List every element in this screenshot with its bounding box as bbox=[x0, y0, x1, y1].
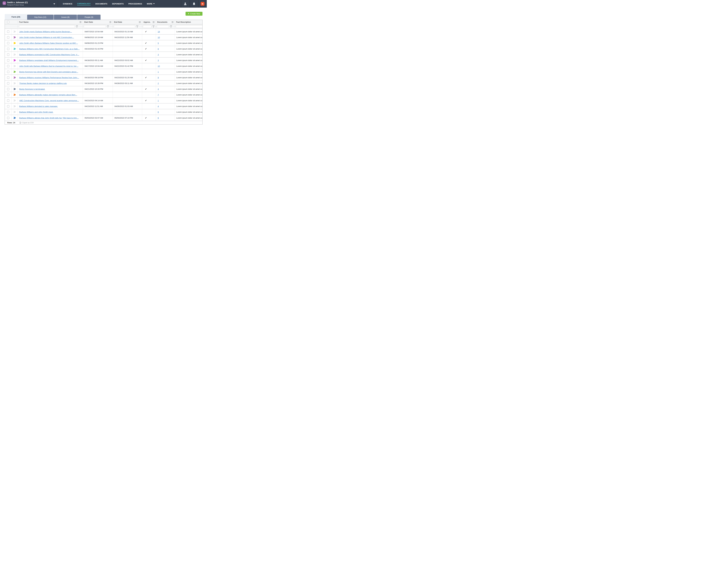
documents-count-link[interactable]: 4 bbox=[158, 105, 159, 107]
tag-chevron-icon bbox=[13, 37, 16, 38]
documents-count-link[interactable]: 10 bbox=[158, 36, 160, 39]
end-date-cell bbox=[112, 40, 142, 46]
row-checkbox[interactable] bbox=[7, 59, 9, 62]
select-all-checkbox[interactable] bbox=[7, 21, 9, 23]
create-new-button[interactable]: + Create New bbox=[186, 12, 203, 16]
row-checkbox[interactable] bbox=[7, 99, 9, 102]
documents-count-link[interactable]: 1 bbox=[158, 71, 159, 73]
header-documents[interactable]: Documents bbox=[156, 20, 175, 24]
tab-facts[interactable]: Facts (24) bbox=[5, 14, 27, 20]
row-checkbox[interactable] bbox=[7, 93, 9, 96]
table-row: John Smith meets Barbara Williams while … bbox=[5, 29, 202, 35]
nav-more[interactable]: MORE bbox=[147, 2, 155, 5]
row-checkbox[interactable] bbox=[7, 36, 9, 39]
fact-name-link[interactable]: John Smith invites Barbara Williams to v… bbox=[19, 36, 74, 39]
chevron-down-icon[interactable] bbox=[54, 3, 55, 4]
fact-name-link[interactable]: Becky Kenmore is terminated. bbox=[19, 88, 45, 90]
case-selector[interactable]: Smith v. Johnson (C) Nextpoint Product G… bbox=[7, 1, 28, 6]
tab-people[interactable]: People (9) bbox=[77, 15, 101, 20]
fact-name-link[interactable]: Barbara Williams alleges that John Smith… bbox=[19, 117, 79, 119]
filter-icon[interactable] bbox=[136, 25, 138, 28]
documents-count-link[interactable]: 5 bbox=[158, 42, 159, 44]
fact-name-filter-input[interactable] bbox=[19, 25, 75, 28]
row-checkbox[interactable] bbox=[7, 76, 9, 79]
fact-name-link[interactable]: Barbara Williams receives Williams Perfo… bbox=[19, 77, 79, 79]
user-profile-button[interactable] bbox=[181, 0, 189, 7]
fact-name-link[interactable]: John Smith tells Barbara Williams that h… bbox=[19, 65, 78, 67]
header-fact-name[interactable]: Fact Name bbox=[18, 20, 83, 24]
row-checkbox[interactable] bbox=[7, 82, 9, 85]
divider bbox=[112, 21, 113, 23]
notifications-button[interactable] bbox=[189, 0, 198, 7]
row-checkbox[interactable] bbox=[7, 117, 9, 119]
fact-name-link[interactable]: ABC Construction Machinery Corp. second … bbox=[19, 100, 79, 102]
nav-proceedings[interactable]: PROCEEDINGS bbox=[128, 2, 142, 5]
column-menu-icon[interactable] bbox=[171, 21, 173, 23]
documents-count-link[interactable]: 6 bbox=[158, 111, 159, 113]
tag-chevron-icon bbox=[13, 88, 16, 90]
documents-count-link[interactable]: 1 bbox=[158, 100, 159, 102]
documents-count-link[interactable]: 3 bbox=[158, 59, 159, 61]
header-end-date[interactable]: End Date bbox=[112, 20, 142, 24]
row-checkbox[interactable] bbox=[7, 71, 9, 73]
filter-icon[interactable] bbox=[107, 25, 109, 28]
filter-documents-cell bbox=[156, 24, 175, 28]
fact-name-link[interactable]: John Smith meets Barbara Williams while … bbox=[19, 30, 72, 33]
approx-cell bbox=[142, 35, 156, 40]
approx-filter-input[interactable] bbox=[143, 25, 151, 28]
documents-count-link[interactable]: 3 bbox=[158, 54, 159, 56]
nav-chronology[interactable]: CHRONOLOGY bbox=[77, 2, 90, 5]
fact-name-link[interactable]: Barbara Williams and John Smith meet. bbox=[19, 111, 53, 113]
documents-count-link[interactable]: 10 bbox=[158, 65, 160, 67]
documents-filter-input[interactable] bbox=[157, 25, 169, 28]
filter-end-date-cell bbox=[112, 24, 142, 28]
column-menu-icon[interactable] bbox=[152, 21, 155, 23]
row-checkbox[interactable] bbox=[7, 30, 9, 33]
row-checkbox-cell bbox=[5, 104, 11, 109]
row-checkbox[interactable] bbox=[7, 48, 9, 50]
documents-count-link[interactable]: 7 bbox=[158, 94, 159, 96]
filter-icon[interactable] bbox=[76, 25, 78, 28]
filter-icon[interactable] bbox=[170, 25, 172, 28]
end-date-filter-input[interactable] bbox=[114, 25, 135, 28]
column-menu-icon[interactable] bbox=[109, 21, 111, 23]
fact-description-cell: Lorem ipsum dolor sit amet co bbox=[175, 63, 202, 69]
row-checkbox[interactable] bbox=[7, 65, 9, 67]
description-filter-input[interactable] bbox=[176, 25, 202, 28]
documents-count-link[interactable]: 8 bbox=[158, 48, 159, 50]
fact-name-link[interactable]: Thomas Banks makes decision to undergo s… bbox=[19, 82, 67, 84]
fact-name-link[interactable]: Barbara Williams promoted to ABC Constru… bbox=[19, 54, 79, 56]
documents-cell: 8 bbox=[156, 46, 175, 51]
fact-name-link[interactable]: Barbara Williams joins ABC Construction … bbox=[19, 48, 80, 50]
column-menu-icon[interactable] bbox=[139, 21, 141, 23]
documents-count-link[interactable]: 2 bbox=[158, 82, 159, 84]
row-checkbox[interactable] bbox=[7, 105, 9, 107]
fact-name-link[interactable]: Barbara Williams negotiates draft Willia… bbox=[19, 59, 79, 61]
row-checkbox[interactable] bbox=[7, 54, 9, 56]
fact-name-link[interactable]: Barbara Williams allegedly makes derogat… bbox=[19, 94, 77, 96]
tab-key-docs[interactable]: Key Docs (12) bbox=[27, 15, 54, 20]
column-menu-icon[interactable] bbox=[80, 21, 81, 23]
row-checkbox[interactable] bbox=[7, 111, 9, 113]
row-checkbox[interactable] bbox=[7, 88, 9, 90]
documents-count-link[interactable]: 9 bbox=[158, 77, 159, 79]
filter-icon[interactable] bbox=[152, 25, 155, 28]
row-checkbox-cell bbox=[5, 75, 11, 80]
nextpoint-home-button[interactable]: N bbox=[198, 0, 207, 7]
fact-name-link[interactable]: Becky Kenmore has dinner with Bert Dunph… bbox=[19, 71, 78, 73]
start-date-filter-input[interactable] bbox=[84, 25, 106, 28]
nav-evidence[interactable]: EVIDENCE bbox=[63, 2, 73, 5]
documents-count-link[interactable]: 18 bbox=[158, 30, 160, 33]
tab-issues[interactable]: Issues (6) bbox=[54, 15, 77, 20]
nav-documents[interactable]: DOCUMENTS bbox=[95, 2, 107, 5]
documents-count-link[interactable]: 6 bbox=[158, 117, 159, 119]
nav-deponents[interactable]: DEPONENTS bbox=[112, 2, 124, 5]
export-csv-button[interactable]: Export as CSV bbox=[20, 122, 34, 124]
row-checkbox[interactable] bbox=[7, 42, 9, 44]
documents-count-link[interactable]: 4 bbox=[158, 88, 159, 90]
header-start-date[interactable]: Start Date bbox=[83, 20, 112, 24]
fact-name-link[interactable]: Barbara Williams demoted to sales manage… bbox=[19, 105, 58, 107]
primary-nav: EVIDENCE CHRONOLOGY DOCUMENTS DEPONENTS … bbox=[58, 0, 181, 7]
header-approx[interactable]: Approx. bbox=[142, 20, 156, 24]
fact-name-link[interactable]: John Smith offers Barbara Williams Sales… bbox=[19, 42, 78, 44]
